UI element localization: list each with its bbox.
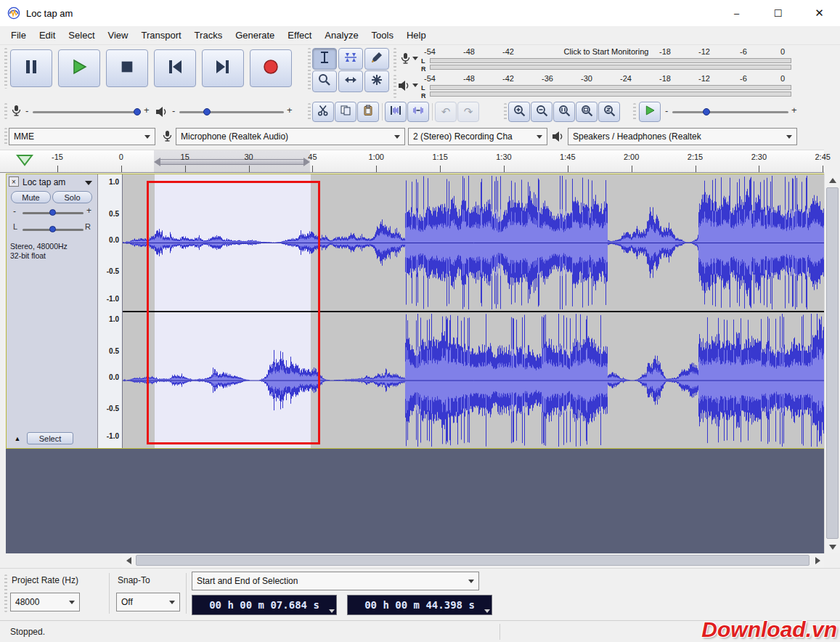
play-at-speed-grabber[interactable]: [633, 103, 636, 121]
time-shift-tool-button[interactable]: [338, 70, 363, 92]
meter-dropdown-icon[interactable]: [412, 84, 418, 87]
menu-item-view[interactable]: View: [102, 27, 135, 44]
menu-item-transport[interactable]: Transport: [134, 27, 187, 44]
track-name[interactable]: Loc tap am: [23, 177, 65, 187]
playback-speed-thumb[interactable]: [703, 108, 710, 115]
mute-button[interactable]: Mute: [11, 191, 51, 203]
record-button[interactable]: [250, 49, 292, 87]
trim-audio-button[interactable]: [385, 102, 407, 122]
horizontal-scroll-thumb[interactable]: [136, 555, 810, 566]
chevron-down-icon[interactable]: [484, 609, 490, 613]
mixer-toolbar-grabber[interactable]: [4, 103, 7, 119]
waveform-area[interactable]: [123, 174, 825, 448]
skip-to-start-button[interactable]: [154, 49, 196, 87]
minimize-button[interactable]: –: [716, 0, 757, 26]
close-button[interactable]: ✕: [799, 0, 840, 26]
zoom-toggle-button[interactable]: [598, 102, 620, 122]
snap-to-select[interactable]: Off: [116, 593, 180, 611]
track-collapse-button[interactable]: ▲: [9, 433, 25, 444]
menu-item-analyze[interactable]: Analyze: [318, 27, 364, 44]
timeline-ruler[interactable]: -1501530451:001:151:301:452:002:152:302:…: [0, 150, 824, 173]
playback-volume-slider[interactable]: [179, 111, 284, 113]
recording-volume-thumb[interactable]: [134, 108, 141, 115]
playback-device-select[interactable]: Speakers / Headphones (Realtek: [568, 128, 797, 145]
chevron-down-icon[interactable]: [329, 609, 335, 613]
window-title: Loc tap am: [26, 8, 73, 19]
horizontal-scrollbar[interactable]: [122, 553, 824, 568]
menu-item-edit[interactable]: Edit: [33, 27, 62, 44]
pause-button[interactable]: [10, 49, 52, 87]
play-pin-icon[interactable]: [16, 155, 33, 169]
play-meter-scale[interactable]: -54-48-42-36-30-24-18-12-60: [430, 73, 796, 99]
recording-channels-select[interactable]: 2 (Stereo) Recording Cha: [408, 128, 547, 145]
record-meter-scale[interactable]: Click to Start Monitoring -54-48-42-18-1…: [430, 46, 796, 73]
track-select-button[interactable]: Select: [27, 432, 73, 444]
scroll-up-button[interactable]: [825, 174, 840, 187]
draw-tool-button[interactable]: [364, 48, 389, 70]
menu-item-file[interactable]: File: [4, 27, 33, 44]
menu-item-tools[interactable]: Tools: [365, 27, 400, 44]
vertical-scroll-thumb[interactable]: [826, 187, 839, 539]
maximize-button[interactable]: ☐: [757, 0, 799, 26]
menu-item-effect[interactable]: Effect: [281, 27, 318, 44]
playback-meter[interactable]: L R -54-48-42-36-30-24-18-12-60: [394, 73, 800, 99]
track-close-button[interactable]: ×: [9, 176, 19, 187]
menu-item-tracks[interactable]: Tracks: [188, 27, 229, 44]
scroll-right-button[interactable]: [811, 553, 824, 568]
meter-dropdown-icon[interactable]: [412, 57, 418, 60]
play-button[interactable]: [58, 49, 100, 87]
fit-project-button[interactable]: [576, 102, 598, 122]
waveform-channel-left[interactable]: [123, 174, 825, 311]
scroll-down-button[interactable]: [825, 540, 840, 553]
paste-button[interactable]: [357, 102, 379, 122]
silence-audio-button[interactable]: [407, 102, 429, 122]
scroll-left-button[interactable]: [122, 553, 135, 568]
menu-item-select[interactable]: Select: [62, 27, 101, 44]
track-menu-dropdown-icon[interactable]: [85, 181, 92, 185]
menu-item-help[interactable]: Help: [400, 27, 433, 44]
menu-item-generate[interactable]: Generate: [229, 27, 281, 44]
audio-host-select[interactable]: MME: [9, 128, 155, 145]
copy-button[interactable]: [335, 102, 356, 122]
recording-meter[interactable]: L R Click to Start Monitoring -54-48-42-…: [394, 46, 800, 73]
multi-tool-button[interactable]: [364, 70, 389, 92]
empty-track-area[interactable]: [6, 449, 824, 553]
selection-toolbar-grabber[interactable]: [4, 574, 7, 612]
playback-volume-thumb[interactable]: [203, 108, 211, 115]
zoom-in-button[interactable]: [508, 102, 530, 122]
timeline-tick-mark: [504, 166, 505, 172]
undo-button[interactable]: ↶: [435, 102, 457, 122]
playback-speed-slider[interactable]: [672, 111, 788, 113]
recording-meter-grabber[interactable]: [394, 48, 396, 71]
selection-start-field[interactable]: 00 h 00 m 07.684 s: [192, 595, 337, 615]
play-at-speed-button[interactable]: [639, 102, 661, 122]
tools-toolbar-grabber[interactable]: [308, 48, 311, 92]
gain-thumb[interactable]: [49, 209, 56, 216]
edit-toolbar-grabber[interactable]: [308, 103, 311, 121]
pan-thumb[interactable]: [49, 226, 56, 232]
envelope-tool-button[interactable]: [338, 48, 363, 70]
recording-volume-slider[interactable]: [33, 111, 140, 113]
zoom-toolbar-grabber[interactable]: [504, 103, 507, 121]
selection-end-field[interactable]: 00 h 00 m 44.398 s: [347, 595, 492, 615]
monitoring-message[interactable]: Click to Start Monitoring: [562, 47, 651, 56]
skip-to-end-button[interactable]: [202, 49, 244, 87]
solo-button[interactable]: Solo: [52, 191, 92, 203]
recording-device-select[interactable]: Microphone (Realtek Audio): [176, 128, 405, 145]
playback-meter-grabber[interactable]: [394, 75, 396, 98]
transport-toolbar-grabber[interactable]: [4, 48, 7, 89]
project-rate-select[interactable]: 48000: [10, 593, 80, 611]
vertical-scrollbar[interactable]: [824, 174, 840, 553]
zoom-tool-button[interactable]: [312, 70, 337, 92]
fit-selection-button[interactable]: [553, 102, 575, 122]
timeline-selection-region[interactable]: [154, 150, 310, 173]
vertical-scale-ruler[interactable]: 1.0 0.5 0.0 -0.5 -1.0 1.0 0.5 0.0 -0.5 -…: [98, 174, 123, 448]
zoom-out-button[interactable]: [531, 102, 552, 122]
cut-button[interactable]: [312, 102, 334, 122]
redo-button[interactable]: ↷: [457, 102, 479, 122]
waveform-channel-right[interactable]: [123, 312, 825, 448]
selection-tool-button[interactable]: [312, 48, 337, 70]
device-toolbar-grabber[interactable]: [4, 128, 7, 145]
selection-mode-select[interactable]: Start and End of Selection: [192, 572, 479, 590]
stop-button[interactable]: [106, 49, 148, 87]
